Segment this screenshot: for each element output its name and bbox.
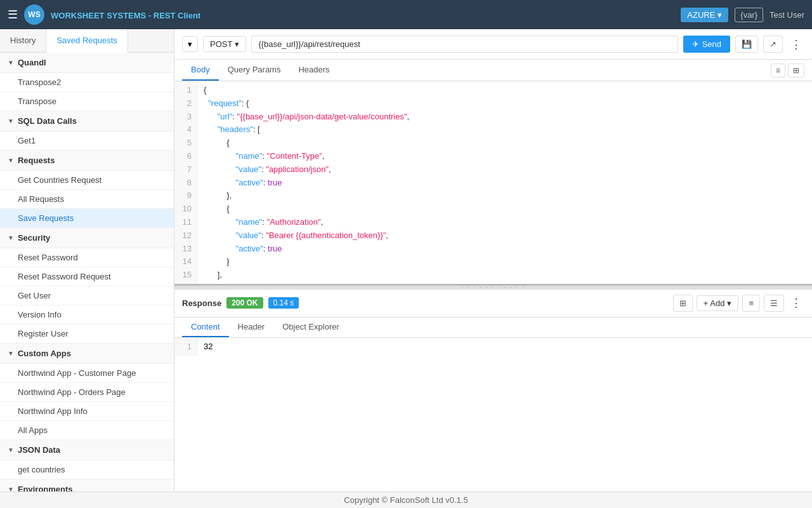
group-sql-data-calls: ▼ SQL Data Calls Get1 [0, 111, 174, 150]
resp-grid-view-button[interactable]: ☰ [764, 295, 784, 312]
response-actions: ⊞ + Add ▾ ≡ ☰ ⋮ [673, 295, 804, 312]
group-label-security: Security [18, 233, 50, 243]
group-label-sql: SQL Data Calls [18, 116, 77, 126]
list-view-button[interactable]: ≡ [771, 64, 785, 77]
resp-more-button[interactable]: ⋮ [788, 296, 804, 310]
tab-content[interactable]: Content [182, 318, 229, 337]
list-item[interactable]: Save Requests [0, 209, 174, 228]
list-item[interactable]: Transpose [0, 92, 174, 111]
line-numbers: 12345678910111213141516 [174, 81, 197, 286]
tab-history[interactable]: History [0, 29, 46, 52]
left-tab-bar: History Saved Requests [0, 29, 174, 53]
grid-view-button[interactable]: ⊞ [788, 64, 804, 77]
group-label-custom-apps: Custom Apps [18, 349, 71, 358]
table-view-button[interactable]: ⊞ [673, 295, 693, 312]
list-item[interactable]: Northwind App - Customer Page [0, 364, 174, 383]
code-text[interactable]: { "request": { "url": "{{base_url}}/api/… [197, 81, 416, 286]
arrow-icon: ▼ [8, 117, 14, 124]
response-label: Response [182, 298, 221, 308]
resp-text: 32 [197, 338, 219, 356]
code-editor[interactable]: 12345678910111213141516 { "request": { "… [174, 81, 812, 286]
request-bar: ▾ POST ▾ ✈ Send 💾 ↗ ⋮ [174, 29, 812, 60]
sidebar-scroll[interactable]: ▼ Quandl Transpose2 Transpose ▼ SQL Data… [0, 53, 174, 491]
group-header-quandl[interactable]: ▼ Quandl [0, 53, 174, 73]
code-content: 12345678910111213141516 { "request": { "… [174, 81, 812, 286]
group-label-json-data: JSON Data [18, 445, 60, 455]
collapse-button[interactable]: ▾ [182, 36, 198, 52]
list-item[interactable]: Get User [0, 286, 174, 305]
group-header-environments[interactable]: ▼ Environments [0, 479, 174, 491]
tab-object-explorer[interactable]: Object Explorer [273, 318, 348, 337]
var-badge: {var} [735, 8, 763, 22]
send-button[interactable]: ✈ Send [683, 36, 730, 53]
list-item[interactable]: All Apps [0, 421, 174, 440]
group-header-requests[interactable]: ▼ Requests [0, 150, 174, 171]
hamburger-icon[interactable]: ☰ [8, 8, 18, 22]
list-item[interactable]: get countries [0, 460, 174, 479]
list-item[interactable]: Northwind App Info [0, 402, 174, 421]
tab-saved-requests[interactable]: Saved Requests [46, 29, 128, 53]
azure-button[interactable]: AZURE ▾ [681, 8, 728, 22]
group-environments: ▼ Environments Save Environments Get Env… [0, 479, 174, 491]
group-header-custom-apps[interactable]: ▼ Custom Apps [0, 344, 174, 364]
list-item[interactable]: Northwind App - Orders Page [0, 383, 174, 402]
list-item[interactable]: Reset Password Request [0, 267, 174, 286]
group-header-security[interactable]: ▼ Security [0, 228, 174, 248]
tab-header[interactable]: Header [229, 318, 274, 337]
left-panel: History Saved Requests ▼ Quandl Transpos… [0, 29, 174, 491]
tab-body[interactable]: Body [182, 60, 219, 81]
response-tabs: Content Header Object Explorer [174, 318, 812, 338]
group-json-data: ▼ JSON Data get countries [0, 440, 174, 479]
group-label-environments: Environments [18, 485, 73, 491]
right-panel: ▾ POST ▾ ✈ Send 💾 ↗ ⋮ Body Query Params … [174, 29, 812, 491]
response-content: 1 32 [174, 338, 812, 492]
arrow-icon: ▼ [8, 59, 14, 66]
list-item[interactable]: Get Countries Request [0, 171, 174, 190]
add-button[interactable]: + Add ▾ [697, 295, 739, 311]
group-quandl: ▼ Quandl Transpose2 Transpose [0, 53, 174, 111]
url-input[interactable] [251, 36, 678, 53]
share-icon-button[interactable]: ↗ [763, 36, 783, 53]
group-header-json-data[interactable]: ▼ JSON Data [0, 440, 174, 460]
response-bar: Response 200 OK 0.14 s ⊞ + Add ▾ ≡ ☰ ⋮ [174, 290, 812, 318]
group-security: ▼ Security Reset Password Reset Password… [0, 228, 174, 344]
list-item[interactable]: Get1 [0, 131, 174, 150]
topbar-right: AZURE ▾ {var} Test User [681, 8, 804, 22]
list-item[interactable]: Transpose2 [0, 73, 174, 92]
list-item[interactable]: Version Info [0, 305, 174, 324]
arrow-icon: ▼ [8, 350, 14, 357]
main-content: History Saved Requests ▼ Quandl Transpos… [0, 29, 812, 491]
more-options-button[interactable]: ⋮ [788, 37, 804, 51]
app-title: WORKSHEET SYSTEMS - REST Client [51, 10, 200, 20]
statusbar: Copyright © FalconSoft Ltd v0.1.5 [0, 491, 812, 508]
group-header-sql[interactable]: ▼ SQL Data Calls [0, 111, 174, 131]
list-item[interactable]: Reset Password [0, 248, 174, 267]
response-section: Response 200 OK 0.14 s ⊞ + Add ▾ ≡ ☰ ⋮ C… [174, 290, 812, 492]
tab-query-params[interactable]: Query Params [219, 60, 290, 81]
response-code: 1 32 [174, 338, 812, 356]
topbar: ☰ WS WORKSHEET SYSTEMS - REST Client AZU… [0, 0, 812, 29]
group-requests: ▼ Requests Get Countries Request All Req… [0, 150, 174, 228]
send-icon: ✈ [692, 39, 699, 49]
arrow-icon: ▼ [8, 486, 14, 491]
resp-list-view-button[interactable]: ≡ [742, 295, 760, 312]
list-item[interactable]: Register User [0, 324, 174, 344]
user-label: Test User [769, 10, 804, 20]
resp-line-numbers: 1 [174, 338, 197, 356]
copyright-text: Copyright © FalconSoft Ltd v0.1.5 [344, 495, 468, 505]
arrow-icon: ▼ [8, 446, 14, 453]
view-toggle: ≡ ⊞ [771, 60, 804, 81]
group-custom-apps: ▼ Custom Apps Northwind App - Customer P… [0, 344, 174, 440]
status-badge: 200 OK [226, 297, 263, 309]
method-label: POST [210, 39, 232, 49]
group-label-requests: Requests [18, 156, 55, 165]
method-selector[interactable]: POST ▾ [203, 36, 246, 52]
save-icon-button[interactable]: 💾 [735, 36, 758, 53]
app-logo: WS [24, 4, 44, 25]
group-label-quandl: Quandl [18, 58, 46, 67]
list-item[interactable]: All Requests [0, 190, 174, 209]
arrow-icon: ▼ [8, 157, 14, 164]
request-tabs: Body Query Params Headers ≡ ⊞ [174, 60, 812, 81]
tab-headers[interactable]: Headers [289, 60, 338, 81]
method-caret-icon: ▾ [235, 39, 239, 49]
